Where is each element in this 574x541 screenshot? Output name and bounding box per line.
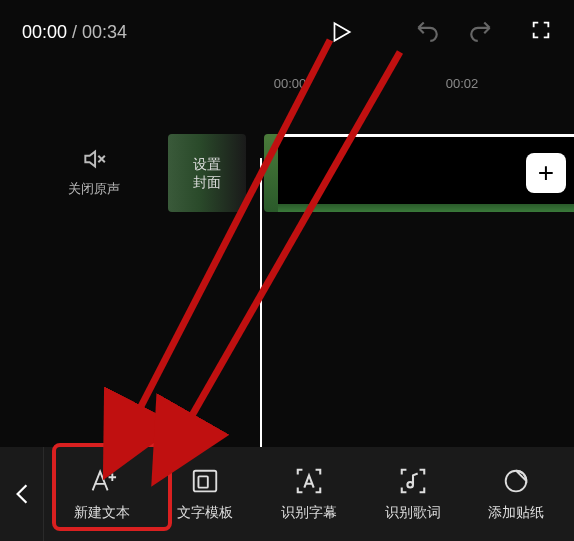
chevron-left-icon xyxy=(15,483,29,505)
video-clip[interactable]: + xyxy=(264,134,574,212)
timeline-area: 00:00 00:02 关闭原声 设置 封面 + xyxy=(0,64,574,404)
tool-new-text[interactable]: 新建文本 xyxy=(64,466,140,522)
cover-label-line2: 封面 xyxy=(193,173,221,191)
add-clip-button[interactable]: + xyxy=(526,153,566,193)
redo-button[interactable] xyxy=(468,17,494,47)
play-icon xyxy=(328,19,354,45)
time-mark: 00:00 xyxy=(274,76,307,91)
sticker-icon xyxy=(501,466,531,496)
tracks: 关闭原声 设置 封面 + xyxy=(0,134,574,244)
tool-add-sticker[interactable]: 添加贴纸 xyxy=(478,466,554,522)
total-time: 00:34 xyxy=(82,22,127,42)
tool-label: 识别字幕 xyxy=(281,504,337,522)
svg-rect-1 xyxy=(199,476,208,487)
redo-icon xyxy=(468,17,494,43)
tool-auto-lyrics[interactable]: 识别歌词 xyxy=(375,466,451,522)
tool-auto-caption[interactable]: 识别字幕 xyxy=(271,466,347,522)
tool-label: 新建文本 xyxy=(74,504,130,522)
back-button[interactable] xyxy=(0,447,44,541)
current-time: 00:00 xyxy=(22,22,67,42)
play-button[interactable] xyxy=(328,19,354,45)
top-bar: 00:00 / 00:34 xyxy=(0,0,574,64)
cover-label-line1: 设置 xyxy=(193,155,221,173)
text-add-icon xyxy=(87,466,117,496)
tool-label: 识别歌词 xyxy=(385,504,441,522)
plus-icon: + xyxy=(538,157,554,189)
mute-audio-button[interactable]: 关闭原声 xyxy=(68,146,120,198)
fullscreen-button[interactable] xyxy=(530,19,552,45)
tool-label: 文字模板 xyxy=(177,504,233,522)
tool-label: 添加贴纸 xyxy=(488,504,544,522)
undo-button[interactable] xyxy=(414,17,440,47)
set-cover-button[interactable]: 设置 封面 xyxy=(168,134,246,212)
lyrics-scan-icon xyxy=(398,466,428,496)
time-display: 00:00 / 00:34 xyxy=(22,22,127,43)
text-template-icon xyxy=(190,466,220,496)
fullscreen-icon xyxy=(530,19,552,41)
tool-text-template[interactable]: 文字模板 xyxy=(167,466,243,522)
undo-icon xyxy=(414,17,440,43)
mute-label: 关闭原声 xyxy=(68,180,120,198)
caption-scan-icon xyxy=(294,466,324,496)
playhead[interactable] xyxy=(260,158,262,468)
speaker-mute-icon xyxy=(81,146,107,172)
time-ruler[interactable]: 00:00 00:02 xyxy=(0,76,574,104)
time-mark: 00:02 xyxy=(446,76,479,91)
bottom-toolbar: 新建文本 文字模板 识别字幕 识别歌词 添加贴纸 xyxy=(0,447,574,541)
clip-handle-left[interactable] xyxy=(264,134,278,212)
